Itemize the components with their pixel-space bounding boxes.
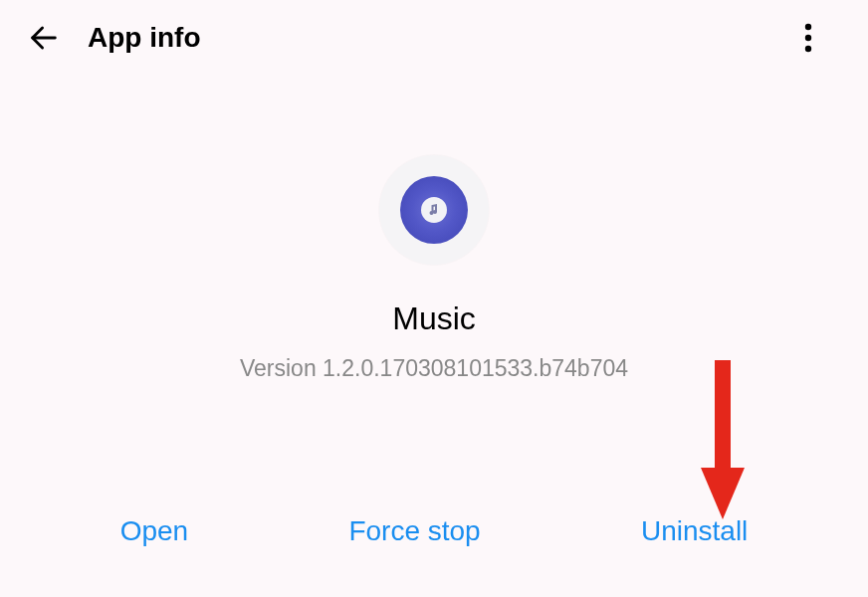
music-disc-icon	[400, 176, 468, 244]
back-arrow-icon	[27, 21, 61, 55]
header-bar: App info	[0, 0, 868, 76]
page-title: App info	[88, 22, 201, 54]
more-vertical-icon	[804, 23, 812, 53]
svg-point-2	[805, 35, 811, 41]
svg-point-1	[805, 24, 811, 30]
app-info-content: Music Version 1.2.0.170308101533.b74b704	[0, 155, 868, 382]
disc-center	[421, 197, 447, 223]
music-note-icon	[428, 203, 440, 217]
back-button[interactable]	[24, 18, 64, 58]
open-button[interactable]: Open	[105, 507, 205, 555]
action-row: Open Force stop Uninstall	[0, 507, 868, 555]
app-name: Music	[392, 300, 476, 337]
more-options-button[interactable]	[788, 18, 828, 58]
app-version: Version 1.2.0.170308101533.b74b704	[240, 355, 628, 382]
force-stop-button[interactable]: Force stop	[332, 507, 496, 555]
uninstall-button[interactable]: Uninstall	[625, 507, 763, 555]
svg-point-3	[805, 46, 811, 52]
app-icon-container	[379, 155, 489, 265]
